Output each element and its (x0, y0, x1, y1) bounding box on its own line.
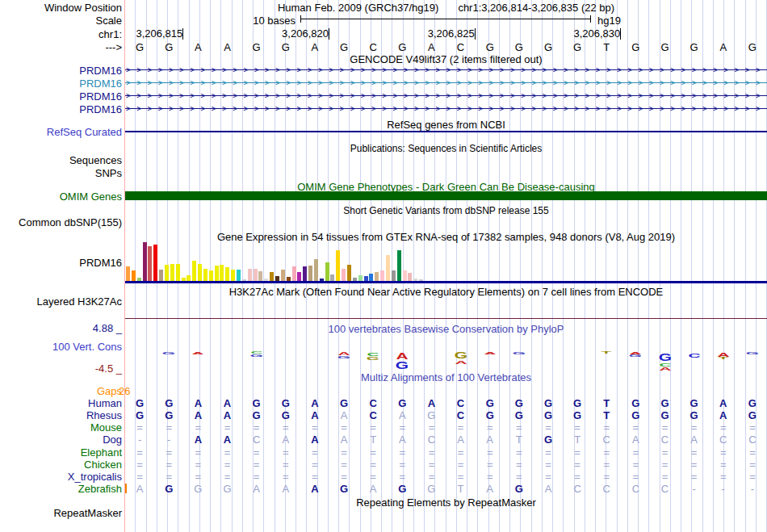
layered-h3k27ac-label[interactable]: Layered H3K27Ac (0, 295, 122, 308)
gtex-gene-label[interactable]: PRDM16 (0, 257, 122, 269)
gtex-bar[interactable] (209, 270, 213, 281)
phylop-logo-column: C (691, 352, 698, 358)
omim-genes-label[interactable]: OMIM Genes (0, 191, 122, 203)
refseq-gene-line[interactable] (125, 131, 767, 132)
gtex-bar[interactable] (314, 259, 318, 281)
species-label[interactable]: Mouse (0, 421, 122, 434)
gtex-bar[interactable] (369, 274, 373, 281)
base-letter: G (631, 41, 639, 53)
gencode-transcript[interactable]: >>>>>>>>>>>>>>>>>>>>>>>>>>>>>>>>>>>>>>>>… (125, 66, 767, 73)
gtex-bar[interactable] (159, 270, 163, 281)
gtex-bar[interactable] (231, 270, 235, 281)
gtex-bar[interactable] (403, 270, 407, 281)
species-label[interactable]: Elephant (0, 446, 122, 459)
common-dbsnp-label[interactable]: Common dbSNP(155) (0, 216, 122, 228)
align-base: C (603, 483, 610, 495)
phylop-logo-column: T (604, 352, 610, 354)
gtex-bar[interactable] (132, 270, 136, 281)
species-label[interactable]: Chicken (0, 459, 122, 471)
align-base: G (136, 397, 144, 409)
gtex-bar[interactable] (258, 271, 262, 281)
gtex-bar[interactable] (303, 266, 307, 281)
gtex-track-title: Gene Expression in 54 tissues from GTEx … (125, 231, 767, 243)
gtex-bar[interactable] (153, 245, 157, 281)
align-base: C (573, 483, 580, 495)
gencode-transcript[interactable]: >>>>>>>>>>>>>>>>>>>>>>>>>>>>>>>>>>>>>>>>… (125, 79, 767, 86)
gtex-bar[interactable] (375, 272, 379, 281)
gtex-bar[interactable] (225, 267, 229, 281)
species-label[interactable]: X_tropicalis (0, 471, 122, 483)
gencode-transcript-label[interactable]: PRDM16 (0, 90, 122, 103)
species-label[interactable]: Zebrafish (0, 483, 122, 495)
gtex-bar[interactable] (220, 265, 224, 281)
omim-gene-bar[interactable] (125, 191, 767, 200)
gtex-bar[interactable] (392, 270, 396, 281)
gencode-transcript-label[interactable]: PRDM16 (0, 103, 122, 115)
gtex-bar[interactable] (203, 269, 207, 281)
gtex-bar[interactable] (143, 242, 147, 281)
align-base: T (603, 409, 610, 421)
gtex-bar[interactable] (215, 266, 219, 281)
gencode-transcript[interactable]: >>>>>>>>>>>>>>>>>>>>>>>>>>>>>>>>>>>>>>>>… (125, 105, 767, 112)
gtex-bar[interactable] (397, 250, 401, 281)
gtex-bar[interactable] (347, 265, 351, 281)
gtex-bar[interactable] (281, 270, 285, 281)
gtex-bar[interactable] (165, 265, 169, 281)
gencode-transcript-label[interactable]: PRDM16 (0, 77, 122, 90)
species-label[interactable]: Rhesus (0, 409, 122, 421)
h3k27ac-signal-line[interactable] (125, 318, 767, 319)
base-letter: G (660, 41, 669, 53)
align-base: G (340, 397, 348, 409)
gtex-bar[interactable] (198, 264, 202, 281)
gtex-bar[interactable] (248, 269, 252, 281)
align-base: G (690, 397, 698, 409)
base-letter: G (573, 41, 581, 53)
align-base: = (603, 459, 610, 471)
gaps-row-label[interactable]: Gaps (0, 385, 122, 397)
gtex-bar[interactable] (297, 272, 301, 281)
gtex-bar[interactable] (237, 270, 241, 281)
gtex-bar[interactable] (254, 269, 258, 281)
vert-cons-label[interactable]: 100 Vert. Cons (0, 341, 122, 353)
sequences-track-label[interactable]: Sequences (0, 154, 122, 166)
gtex-bar[interactable] (325, 262, 329, 281)
align-base: = (574, 459, 580, 471)
snps-track-label[interactable]: SNPs (0, 167, 122, 179)
gtex-bar[interactable] (380, 270, 384, 281)
gencode-transcript[interactable]: >>>>>>>>>>>>>>>>>>>>>>>>>>>>>>>>>>>>>>>>… (125, 92, 767, 99)
gtex-bar[interactable] (386, 255, 390, 281)
gtex-bar[interactable] (270, 272, 274, 281)
gtex-bar[interactable] (292, 266, 296, 281)
gtex-bar[interactable] (176, 264, 180, 281)
align-base: = (487, 421, 493, 434)
species-label[interactable]: Dog (0, 434, 122, 446)
align-base: = (633, 446, 639, 459)
align-base: = (720, 471, 727, 483)
gtex-bar[interactable] (408, 273, 412, 281)
gtex-bar[interactable] (330, 274, 334, 281)
align-base: = (254, 459, 260, 471)
align-base: A (428, 397, 435, 409)
gtex-bar[interactable] (126, 266, 130, 281)
refseq-curated-label[interactable]: RefSeq Curated (0, 126, 122, 138)
gtex-bar[interactable] (148, 246, 152, 281)
phylop-logo-column: AG (399, 352, 406, 371)
gtex-bar[interactable] (192, 261, 196, 281)
strand-arrow-label[interactable]: ---> (0, 41, 122, 53)
logo-letter: A (337, 352, 350, 354)
gtex-bar[interactable] (170, 264, 174, 281)
gencode-transcript-label[interactable]: PRDM16 (0, 65, 122, 77)
species-label[interactable]: Human (0, 397, 122, 409)
base-letter: G (544, 41, 552, 53)
gtex-bar[interactable] (336, 250, 340, 281)
align-base: = (691, 446, 698, 459)
gtex-bar[interactable] (358, 275, 363, 281)
gtex-bar[interactable] (308, 266, 312, 281)
gtex-bar[interactable] (187, 275, 191, 281)
align-base: = (283, 459, 289, 471)
align-base: C (719, 434, 727, 446)
align-base: = (603, 471, 610, 483)
align-base: G (253, 409, 261, 421)
repeatmasker-label[interactable]: RepeatMasker (0, 507, 122, 519)
gtex-bar[interactable] (342, 269, 346, 281)
